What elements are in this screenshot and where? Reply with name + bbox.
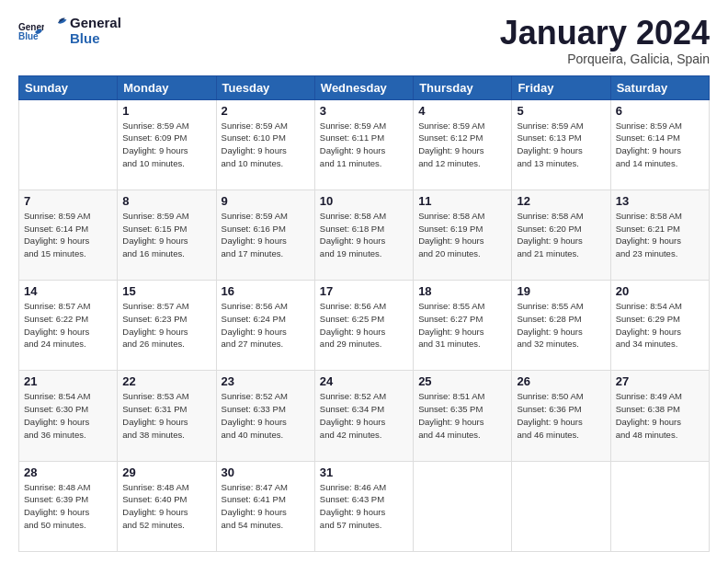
day-info: Sunrise: 8:50 AM Sunset: 6:36 PM Dayligh… xyxy=(517,390,605,441)
col-tuesday: Tuesday xyxy=(216,75,314,99)
table-row: 15Sunrise: 8:57 AM Sunset: 6:23 PM Dayli… xyxy=(118,281,216,371)
day-number: 13 xyxy=(616,194,704,208)
day-number: 25 xyxy=(418,374,506,388)
day-info: Sunrise: 8:51 AM Sunset: 6:35 PM Dayligh… xyxy=(418,390,506,441)
day-info: Sunrise: 8:59 AM Sunset: 6:16 PM Dayligh… xyxy=(222,210,310,260)
svg-text:Blue: Blue xyxy=(18,31,39,41)
day-info: Sunrise: 8:48 AM Sunset: 6:39 PM Dayligh… xyxy=(24,481,112,532)
table-row: 18Sunrise: 8:55 AM Sunset: 6:27 PM Dayli… xyxy=(414,281,512,371)
table-row: 21Sunrise: 8:54 AM Sunset: 6:30 PM Dayli… xyxy=(19,371,118,461)
table-row: 4Sunrise: 8:59 AM Sunset: 6:12 PM Daylig… xyxy=(414,99,512,190)
day-info: Sunrise: 8:58 AM Sunset: 6:21 PM Dayligh… xyxy=(616,210,704,260)
calendar-week-row: 7Sunrise: 8:59 AM Sunset: 6:14 PM Daylig… xyxy=(19,190,710,280)
day-info: Sunrise: 8:59 AM Sunset: 6:14 PM Dayligh… xyxy=(616,120,704,170)
table-row: 13Sunrise: 8:58 AM Sunset: 6:21 PM Dayli… xyxy=(610,190,709,280)
day-number: 15 xyxy=(122,284,210,298)
day-info: Sunrise: 8:54 AM Sunset: 6:30 PM Dayligh… xyxy=(24,390,112,441)
table-row: 26Sunrise: 8:50 AM Sunset: 6:36 PM Dayli… xyxy=(512,371,610,461)
day-info: Sunrise: 8:59 AM Sunset: 6:13 PM Dayligh… xyxy=(517,120,605,170)
table-row: 11Sunrise: 8:58 AM Sunset: 6:19 PM Dayli… xyxy=(414,190,512,280)
day-number: 21 xyxy=(24,374,112,388)
day-info: Sunrise: 8:59 AM Sunset: 6:09 PM Dayligh… xyxy=(122,120,210,170)
day-number: 22 xyxy=(122,374,210,388)
table-row: 22Sunrise: 8:53 AM Sunset: 6:31 PM Dayli… xyxy=(118,371,216,461)
table-row: 10Sunrise: 8:58 AM Sunset: 6:18 PM Dayli… xyxy=(314,190,413,280)
day-number: 30 xyxy=(222,465,310,479)
day-info: Sunrise: 8:49 AM Sunset: 6:38 PM Dayligh… xyxy=(616,390,704,441)
col-monday: Monday xyxy=(118,75,216,99)
table-row: 5Sunrise: 8:59 AM Sunset: 6:13 PM Daylig… xyxy=(512,99,610,190)
day-info: Sunrise: 8:57 AM Sunset: 6:23 PM Dayligh… xyxy=(122,300,210,350)
day-info: Sunrise: 8:59 AM Sunset: 6:15 PM Dayligh… xyxy=(122,210,210,260)
table-row: 19Sunrise: 8:55 AM Sunset: 6:28 PM Dayli… xyxy=(512,281,610,371)
day-number: 24 xyxy=(320,374,408,388)
day-info: Sunrise: 8:46 AM Sunset: 6:43 PM Dayligh… xyxy=(320,481,408,532)
day-number: 11 xyxy=(418,194,506,208)
day-info: Sunrise: 8:59 AM Sunset: 6:14 PM Dayligh… xyxy=(24,210,112,260)
day-number: 2 xyxy=(222,104,310,118)
day-number: 20 xyxy=(616,284,704,298)
day-number: 9 xyxy=(222,194,310,208)
day-number: 6 xyxy=(616,104,704,118)
day-number: 23 xyxy=(222,374,310,388)
calendar-week-row: 14Sunrise: 8:57 AM Sunset: 6:22 PM Dayli… xyxy=(19,281,710,371)
logo-bird-icon xyxy=(48,15,68,31)
location: Porqueira, Galicia, Spain xyxy=(500,52,710,66)
day-info: Sunrise: 8:58 AM Sunset: 6:20 PM Dayligh… xyxy=(517,210,605,260)
col-friday: Friday xyxy=(512,75,610,99)
day-number: 8 xyxy=(122,194,210,208)
day-number: 4 xyxy=(418,104,506,118)
calendar-week-row: 1Sunrise: 8:59 AM Sunset: 6:09 PM Daylig… xyxy=(19,99,710,190)
table-row xyxy=(610,461,709,551)
day-info: Sunrise: 8:58 AM Sunset: 6:18 PM Dayligh… xyxy=(320,210,408,260)
table-row: 1Sunrise: 8:59 AM Sunset: 6:09 PM Daylig… xyxy=(118,99,216,190)
calendar-week-row: 28Sunrise: 8:48 AM Sunset: 6:39 PM Dayli… xyxy=(19,461,710,551)
table-row: 29Sunrise: 8:48 AM Sunset: 6:40 PM Dayli… xyxy=(118,461,216,551)
day-info: Sunrise: 8:57 AM Sunset: 6:22 PM Dayligh… xyxy=(24,300,112,350)
table-row: 9Sunrise: 8:59 AM Sunset: 6:16 PM Daylig… xyxy=(216,190,314,280)
day-info: Sunrise: 8:55 AM Sunset: 6:28 PM Dayligh… xyxy=(517,300,605,350)
day-number: 1 xyxy=(122,104,210,118)
day-info: Sunrise: 8:59 AM Sunset: 6:11 PM Dayligh… xyxy=(320,120,408,170)
day-info: Sunrise: 8:58 AM Sunset: 6:19 PM Dayligh… xyxy=(418,210,506,260)
logo: General Blue General Blue xyxy=(18,15,121,47)
calendar-header-row: Sunday Monday Tuesday Wednesday Thursday… xyxy=(19,75,710,99)
calendar-page: General Blue General Blue January 2024 P… xyxy=(0,0,728,563)
day-number: 10 xyxy=(320,194,408,208)
day-number: 14 xyxy=(24,284,112,298)
day-number: 5 xyxy=(517,104,605,118)
col-saturday: Saturday xyxy=(610,75,709,99)
day-number: 3 xyxy=(320,104,408,118)
day-info: Sunrise: 8:53 AM Sunset: 6:31 PM Dayligh… xyxy=(122,390,210,441)
day-number: 18 xyxy=(418,284,506,298)
table-row: 12Sunrise: 8:58 AM Sunset: 6:20 PM Dayli… xyxy=(512,190,610,280)
table-row xyxy=(512,461,610,551)
table-row: 8Sunrise: 8:59 AM Sunset: 6:15 PM Daylig… xyxy=(118,190,216,280)
day-number: 16 xyxy=(222,284,310,298)
table-row: 7Sunrise: 8:59 AM Sunset: 6:14 PM Daylig… xyxy=(19,190,118,280)
day-info: Sunrise: 8:56 AM Sunset: 6:24 PM Dayligh… xyxy=(222,300,310,350)
table-row: 16Sunrise: 8:56 AM Sunset: 6:24 PM Dayli… xyxy=(216,281,314,371)
day-info: Sunrise: 8:59 AM Sunset: 6:12 PM Dayligh… xyxy=(418,120,506,170)
day-number: 29 xyxy=(122,465,210,479)
day-info: Sunrise: 8:55 AM Sunset: 6:27 PM Dayligh… xyxy=(418,300,506,350)
logo-blue: Blue xyxy=(70,31,121,47)
table-row xyxy=(414,461,512,551)
col-thursday: Thursday xyxy=(414,75,512,99)
calendar-table: Sunday Monday Tuesday Wednesday Thursday… xyxy=(18,75,710,552)
month-title: January 2024 xyxy=(500,15,710,52)
table-row: 25Sunrise: 8:51 AM Sunset: 6:35 PM Dayli… xyxy=(414,371,512,461)
logo-general: General xyxy=(48,15,121,31)
col-wednesday: Wednesday xyxy=(314,75,413,99)
header: General Blue General Blue January 2024 P… xyxy=(18,15,710,66)
logo-icon: General Blue xyxy=(18,17,44,43)
day-number: 27 xyxy=(616,374,704,388)
table-row: 28Sunrise: 8:48 AM Sunset: 6:39 PM Dayli… xyxy=(19,461,118,551)
day-number: 7 xyxy=(24,194,112,208)
day-info: Sunrise: 8:52 AM Sunset: 6:34 PM Dayligh… xyxy=(320,390,408,441)
table-row: 3Sunrise: 8:59 AM Sunset: 6:11 PM Daylig… xyxy=(314,99,413,190)
day-info: Sunrise: 8:48 AM Sunset: 6:40 PM Dayligh… xyxy=(122,481,210,532)
day-info: Sunrise: 8:47 AM Sunset: 6:41 PM Dayligh… xyxy=(222,481,310,532)
table-row: 27Sunrise: 8:49 AM Sunset: 6:38 PM Dayli… xyxy=(610,371,709,461)
day-info: Sunrise: 8:54 AM Sunset: 6:29 PM Dayligh… xyxy=(616,300,704,350)
